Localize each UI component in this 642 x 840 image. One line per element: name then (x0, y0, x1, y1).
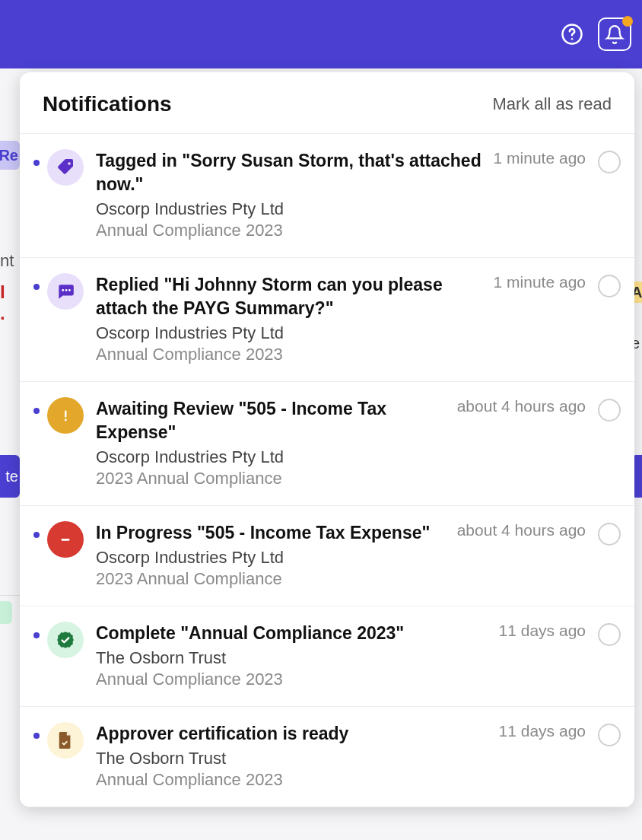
unread-indicator (33, 408, 40, 414)
dismiss-button[interactable] (598, 399, 621, 422)
unread-indicator (33, 284, 40, 290)
svg-point-2 (68, 162, 71, 165)
notifications-bell-icon[interactable] (598, 18, 631, 51)
unread-indicator (33, 733, 40, 739)
notification-item[interactable]: Tagged in "Sorry Susan Storm, that's att… (20, 134, 634, 258)
dismiss-button[interactable] (598, 623, 621, 646)
notification-time: 1 minute ago (494, 273, 586, 291)
top-bar (0, 0, 642, 68)
help-icon[interactable] (555, 18, 589, 51)
svg-point-7 (65, 419, 67, 422)
notification-title: Approver certification is ready (96, 722, 348, 746)
svg-point-1 (571, 38, 574, 40)
notification-context: Annual Compliance 2023 (96, 670, 586, 689)
bg-fragment (0, 601, 12, 624)
notification-item[interactable]: Complete "Annual Compliance 2023"11 days… (20, 606, 634, 707)
notification-time: about 4 hours ago (457, 397, 586, 415)
notifications-panel: Notifications Mark all as read Tagged in… (20, 72, 634, 807)
notification-item[interactable]: Replied "Hi Johnny Storm can you please … (20, 258, 634, 382)
notification-item[interactable]: In Progress "505 - Income Tax Expense"ab… (20, 506, 634, 606)
bg-fragment: Re (0, 141, 20, 170)
notification-context: Annual Compliance 2023 (96, 770, 586, 790)
notification-context: Annual Compliance 2023 (96, 221, 586, 240)
notification-time: 11 days ago (499, 622, 586, 640)
notifications-list: Tagged in "Sorry Susan Storm, that's att… (20, 134, 634, 807)
notification-body: Replied "Hi Johnny Storm can you please … (96, 273, 586, 364)
notification-context: 2023 Annual Compliance (96, 469, 586, 488)
notification-org: Oscorp Industries Pty Ltd (96, 447, 586, 467)
notification-body: Tagged in "Sorry Susan Storm, that's att… (96, 149, 586, 240)
doc-icon (47, 722, 84, 759)
notification-org: Oscorp Industries Pty Ltd (96, 323, 586, 343)
notification-title: Awaiting Review "505 - Income Tax Expens… (96, 397, 448, 444)
svg-rect-6 (65, 411, 66, 418)
notification-org: Oscorp Industries Pty Ltd (96, 199, 586, 219)
unread-indicator (33, 632, 40, 638)
notification-body: Complete "Annual Compliance 2023"11 days… (96, 622, 586, 689)
panel-title: Notifications (43, 92, 172, 116)
svg-point-4 (65, 289, 68, 291)
notification-body: In Progress "505 - Income Tax Expense"ab… (96, 521, 586, 589)
notification-context: 2023 Annual Compliance (96, 569, 586, 589)
notification-context: Annual Compliance 2023 (96, 345, 586, 364)
notification-time: 1 minute ago (494, 149, 586, 167)
bg-fragment: te (0, 455, 20, 498)
svg-rect-8 (62, 539, 70, 541)
notification-org: The Osborn Trust (96, 749, 586, 768)
mark-all-as-read-button[interactable]: Mark all as read (492, 94, 612, 114)
warn-icon (47, 397, 84, 434)
notification-badge (622, 16, 633, 27)
svg-point-3 (62, 289, 64, 291)
notification-time: about 4 hours ago (457, 521, 586, 539)
dismiss-button[interactable] (598, 724, 621, 746)
notification-title: Tagged in "Sorry Susan Storm, that's att… (96, 149, 485, 196)
chat-icon (47, 273, 84, 310)
notification-item[interactable]: Approver certification is ready11 days a… (20, 707, 634, 807)
notification-item[interactable]: Awaiting Review "505 - Income Tax Expens… (20, 382, 634, 506)
notification-title: Complete "Annual Compliance 2023" (96, 622, 404, 645)
check-icon (47, 622, 84, 658)
svg-point-5 (68, 289, 71, 291)
unread-indicator (33, 160, 40, 166)
dismiss-button[interactable] (598, 151, 621, 173)
notification-time: 11 days ago (499, 722, 586, 740)
notification-org: The Osborn Trust (96, 648, 586, 668)
dismiss-button[interactable] (598, 523, 621, 546)
dismiss-button[interactable] (598, 275, 621, 298)
notification-org: Oscorp Industries Pty Ltd (96, 548, 586, 568)
bg-fragment: I . (0, 282, 20, 324)
minus-icon (47, 521, 84, 558)
tag-icon (47, 149, 84, 186)
panel-header: Notifications Mark all as read (20, 72, 634, 134)
unread-indicator (33, 532, 40, 538)
bg-fragment: nt (0, 251, 17, 271)
notification-title: Replied "Hi Johnny Storm can you please … (96, 273, 485, 320)
notification-title: In Progress "505 - Income Tax Expense" (96, 521, 430, 545)
notification-body: Approver certification is ready11 days a… (96, 722, 586, 790)
notification-body: Awaiting Review "505 - Income Tax Expens… (96, 397, 586, 488)
